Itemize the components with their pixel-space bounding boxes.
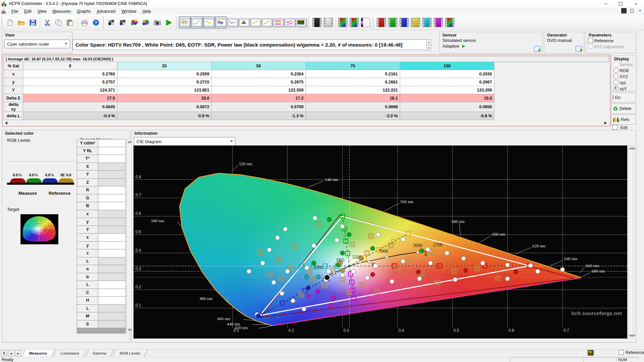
col-header-0[interactable]: 0 — [23, 62, 117, 70]
refs-button[interactable]: Refs — [611, 115, 636, 125]
view-nearblack-button[interactable] — [227, 17, 238, 28]
tab-gamma[interactable]: Gamma — [85, 350, 114, 357]
reference-checkbox[interactable] — [588, 38, 593, 43]
cm-value[interactable] — [98, 139, 126, 147]
measure-cell[interactable]: 0.2354 — [212, 70, 306, 78]
cm-value[interactable] — [98, 273, 126, 281]
measure-cell[interactable]: 0.2035 — [400, 70, 494, 78]
delete-button[interactable]: ♻Delete — [611, 104, 636, 114]
view-scale-dropdown[interactable]: Cyan saturation scale — [4, 40, 70, 48]
cm-value[interactable] — [98, 320, 126, 328]
new-file-button[interactable] — [4, 17, 16, 28]
measure-rgb-scale-1-button[interactable] — [337, 17, 348, 28]
measure-cell[interactable]: 0.2715 — [117, 78, 212, 86]
tab-luminance[interactable]: Luminance — [53, 350, 87, 357]
measure-cyan-sat-button[interactable] — [421, 17, 433, 28]
cm-value[interactable] — [98, 163, 126, 171]
edit-checkbox[interactable] — [612, 125, 618, 130]
radio-xyz[interactable] — [613, 80, 619, 85]
cut-button[interactable] — [42, 17, 53, 28]
view-measures-grid-button[interactable] — [179, 16, 191, 28]
view-luminance-button[interactable] — [203, 16, 215, 28]
col-header-100[interactable]: 100 — [400, 62, 494, 70]
chart-scrollbar[interactable] — [628, 145, 633, 339]
cm-value[interactable] — [98, 281, 126, 289]
view-luma2-button[interactable] — [261, 17, 273, 28]
col-header-50[interactable]: 50 — [212, 62, 306, 70]
measure-saturations-button[interactable] — [129, 17, 140, 28]
tab-next-button[interactable]: ▸ — [15, 350, 21, 356]
cm-value[interactable] — [98, 194, 126, 202]
measure-cell[interactable]: 122.221 — [306, 86, 400, 94]
menu-file[interactable]: File — [8, 8, 21, 14]
view-satshift-button[interactable] — [284, 17, 296, 28]
measure-cell[interactable]: 16.1 — [306, 94, 400, 102]
view-gamma-button[interactable] — [191, 16, 203, 28]
spin-up-icon[interactable]: ▲ — [426, 39, 431, 45]
menu-help[interactable]: Help — [140, 8, 154, 14]
open-file-button[interactable] — [16, 17, 27, 28]
measure-grayscale-button[interactable] — [106, 17, 117, 28]
measure-cell[interactable]: 17.2 — [212, 94, 306, 102]
cm-value[interactable] — [98, 305, 126, 313]
scroll-up-icon[interactable] — [629, 147, 636, 149]
table-scroll-right-icon[interactable] — [604, 121, 607, 125]
measure-cell[interactable]: 0.2675 — [212, 78, 306, 86]
measure-cell[interactable]: 124.371 — [23, 86, 117, 94]
cm-value[interactable] — [98, 218, 126, 226]
measure-cell[interactable]: 123.206 — [400, 86, 494, 94]
measure-white-scale-button[interactable] — [323, 17, 334, 28]
radio-XYZ[interactable] — [613, 74, 619, 79]
radio-RGB[interactable] — [613, 68, 619, 73]
view-rgb-levels-button[interactable] — [215, 16, 227, 28]
tab-close-button[interactable]: X — [1, 350, 7, 356]
measure-cell[interactable]: 0.2667 — [400, 78, 494, 86]
close-button[interactable]: × — [628, 0, 643, 7]
measure-red-sat-button[interactable] — [376, 17, 387, 28]
scroll-down-icon[interactable] — [629, 335, 636, 337]
cm-value[interactable] — [98, 249, 126, 257]
tab-measures[interactable]: Measures — [22, 350, 54, 357]
menu-view[interactable]: View — [35, 8, 50, 14]
mdi-minimize-icon[interactable] — [621, 8, 627, 13]
measure-rgb-scale-2-button[interactable] — [348, 17, 360, 28]
view-cie-diagram-button[interactable] — [238, 17, 250, 28]
cie-diagram-canvas[interactable]: hcfr.sourceforge.net 0.10.20.30.40.50.60… — [133, 145, 627, 339]
cm-value[interactable] — [98, 179, 126, 187]
cm-value[interactable] — [98, 147, 126, 155]
measure-cell[interactable]: 0.0698 — [306, 102, 400, 112]
cm-value[interactable] — [98, 289, 126, 297]
measure-full-button[interactable] — [140, 17, 152, 28]
measure-cell[interactable]: -0.8 % — [400, 112, 494, 120]
cm-value[interactable] — [98, 226, 126, 234]
cm-value[interactable] — [98, 312, 126, 320]
help-about-button[interactable]: ? — [90, 17, 102, 28]
cm-value[interactable] — [98, 171, 126, 179]
save-file-button[interactable] — [27, 17, 39, 28]
generator-config-icon[interactable] — [576, 46, 582, 52]
menu-measures[interactable]: Measures — [50, 8, 74, 14]
print-button[interactable] — [79, 17, 90, 28]
menu-advanced[interactable]: Advanced — [94, 8, 119, 14]
information-view-dropdown[interactable]: CIE Diagram — [134, 137, 235, 146]
col-header-25[interactable]: 25 — [117, 62, 212, 70]
menu-window[interactable]: Window — [118, 8, 139, 14]
maximize-button[interactable] — [613, 0, 628, 7]
minimize-button[interactable] — [598, 0, 613, 7]
measure-cell[interactable]: 0.2559 — [117, 70, 212, 78]
measure-cell[interactable]: -1.3 % — [212, 112, 306, 120]
run-measures-button[interactable] — [163, 17, 174, 28]
measure-green-sat-button[interactable] — [387, 17, 398, 28]
sensor-config-icon[interactable] — [534, 46, 540, 52]
measure-black-scale-button[interactable] — [311, 17, 323, 28]
measure-cell[interactable]: 122.559 — [212, 86, 306, 94]
mdi-close-icon[interactable]: × — [637, 8, 643, 13]
measure-cell[interactable]: 0.0656 — [400, 102, 494, 112]
spin-down-icon[interactable]: ▼ — [426, 45, 431, 51]
measure-all-sat-button[interactable] — [444, 17, 455, 28]
measure-cell[interactable]: 0.0645 — [23, 102, 117, 112]
measure-cell[interactable]: 0.2765 — [23, 70, 117, 78]
view-color-temp-button[interactable] — [273, 17, 284, 28]
measure-cell[interactable]: -0.9 % — [117, 112, 212, 120]
measure-yellow-sat-button[interactable] — [410, 17, 421, 28]
